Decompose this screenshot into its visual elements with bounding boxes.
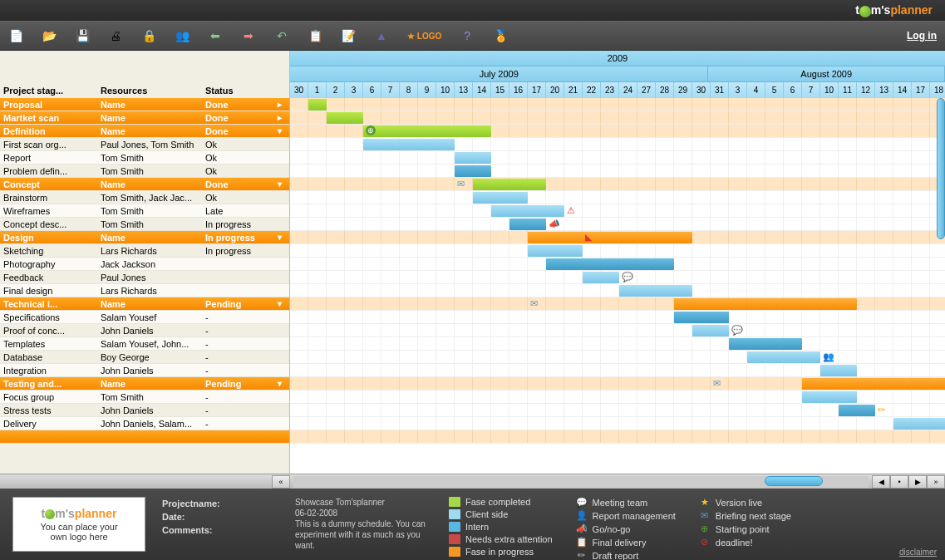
day-cell[interactable]: 12 — [857, 82, 875, 98]
day-cell[interactable]: 11 — [839, 82, 857, 98]
day-cell[interactable]: 23 — [601, 82, 619, 98]
gantt-row[interactable] — [290, 364, 945, 377]
phase-row[interactable]: ProposalNameDone▸ — [0, 98, 289, 111]
custom-logo-box[interactable]: tm'splanner You can place your own logo … — [12, 497, 145, 552]
phase-row[interactable]: Technical i...NamePending▾ — [0, 297, 289, 311]
gantt-row[interactable] — [290, 191, 945, 204]
phase-row[interactable]: DesignNameIn progress▾ — [0, 231, 289, 244]
day-cell[interactable]: 30 — [290, 82, 308, 98]
task-row[interactable]: IntegrationJohn Daniels- — [0, 364, 289, 377]
gantt-row[interactable]: ✉ — [290, 377, 945, 391]
gantt-bar[interactable] — [363, 139, 455, 150]
gantt-bar[interactable] — [363, 125, 491, 137]
col-header-resources[interactable]: Resources — [97, 86, 202, 96]
gantt-row[interactable]: ✉ — [290, 178, 945, 191]
login-link[interactable]: Log in — [907, 30, 937, 42]
day-cell[interactable]: 6 — [363, 82, 381, 98]
gantt-row[interactable] — [290, 151, 945, 165]
day-cell[interactable]: 7 — [381, 82, 400, 98]
day-cell[interactable]: 27 — [637, 82, 656, 98]
gantt-bar[interactable] — [509, 219, 546, 230]
chevron-icon[interactable]: ▾ — [273, 299, 285, 308]
scroll-dot[interactable]: • — [890, 475, 908, 489]
logo-button[interactable]: ★ LOGO — [407, 32, 441, 41]
day-cell[interactable]: 10 — [436, 82, 455, 98]
day-cell[interactable]: 3 — [729, 82, 747, 98]
gantt-row[interactable]: 💬 — [290, 324, 945, 337]
task-row[interactable]: DatabaseBoy George- — [0, 351, 289, 364]
day-cell[interactable]: 18 — [930, 82, 945, 98]
gantt-row[interactable] — [290, 258, 945, 271]
gantt-row[interactable] — [290, 165, 945, 178]
day-cell[interactable]: 20 — [546, 82, 564, 98]
gantt-bar[interactable] — [491, 205, 564, 217]
day-cell[interactable]: 2 — [327, 82, 345, 98]
vertical-scrollbar[interactable] — [937, 98, 945, 474]
scroll-right[interactable]: ▶ — [908, 475, 927, 489]
day-cell[interactable]: 7 — [802, 82, 820, 98]
chevron-icon[interactable]: ▾ — [273, 126, 285, 135]
gantt-body[interactable]: ⊕✉⚠📣◣💬✉💬👥✉✏ — [290, 98, 945, 444]
chevron-icon[interactable]: ▸ — [273, 100, 285, 109]
task-row[interactable]: ReportTom SmithOk — [0, 151, 289, 165]
scroll-left[interactable]: ◀ — [872, 475, 890, 489]
day-cell[interactable]: 31 — [711, 82, 729, 98]
gantt-bar[interactable] — [528, 232, 692, 243]
gantt-bar[interactable] — [583, 272, 619, 283]
day-cell[interactable]: 17 — [912, 82, 930, 98]
day-cell[interactable]: 16 — [509, 82, 528, 98]
gantt-row[interactable]: 📣 — [290, 218, 945, 231]
open-folder-icon[interactable]: 📂 — [42, 28, 57, 43]
scroll-left-fast[interactable]: « — [272, 475, 290, 489]
phase-row[interactable]: DefinitionNameDone▾ — [0, 125, 289, 138]
save-icon[interactable]: 💾 — [75, 28, 90, 43]
gantt-row[interactable]: ◣ — [290, 231, 945, 244]
gantt-bar[interactable] — [327, 112, 363, 124]
gantt-row[interactable] — [290, 337, 945, 351]
gantt-row[interactable] — [290, 138, 945, 151]
gantt-row[interactable] — [290, 311, 945, 324]
day-cell[interactable]: 17 — [528, 82, 546, 98]
day-cell[interactable]: 5 — [765, 82, 784, 98]
task-row[interactable]: SketchingLars RichardsIn progress — [0, 244, 289, 258]
gantt-bar[interactable] — [692, 325, 729, 336]
users-icon[interactable]: 👥 — [175, 28, 189, 43]
cert-icon[interactable]: 🏅 — [493, 28, 508, 43]
flag-icon[interactable]: ▲ — [374, 28, 389, 43]
chevron-icon[interactable]: ▾ — [273, 179, 285, 189]
gantt-row[interactable]: ✉ — [290, 297, 945, 311]
day-cell[interactable]: 1 — [308, 82, 327, 98]
day-cell[interactable]: 22 — [583, 82, 601, 98]
chevron-icon[interactable]: ▸ — [273, 113, 285, 122]
day-cell[interactable]: 21 — [564, 82, 583, 98]
new-file-icon[interactable]: 📄 — [8, 28, 23, 43]
task-row[interactable]: DeliveryJohn Daniels, Salam...- — [0, 417, 289, 430]
day-cell[interactable]: 6 — [784, 82, 802, 98]
task-row[interactable]: Proof of conc...John Daniels- — [0, 324, 289, 337]
gantt-bar[interactable] — [674, 312, 729, 323]
day-cell[interactable]: 15 — [491, 82, 509, 98]
gantt-row[interactable] — [290, 244, 945, 258]
chevron-icon[interactable]: ▾ — [273, 379, 285, 388]
gantt-row[interactable]: ✏ — [290, 404, 945, 417]
gantt-row[interactable]: 💬 — [290, 271, 945, 284]
task-row[interactable]: FeedbackPaul Jones — [0, 271, 289, 284]
phase-row[interactable]: ConceptNameDone▾ — [0, 178, 289, 191]
task-row[interactable]: SpecificationsSalam Yousef- — [0, 311, 289, 324]
day-cell[interactable]: 14 — [893, 82, 912, 98]
gantt-row[interactable] — [290, 391, 945, 404]
gantt-bar[interactable] — [546, 258, 674, 270]
gantt-bar[interactable] — [455, 165, 491, 177]
gantt-bar[interactable] — [455, 152, 491, 164]
task-row[interactable]: Final designLars Richards — [0, 284, 289, 297]
gantt-bar[interactable] — [802, 391, 857, 403]
task-row[interactable]: TemplatesSalam Yousef, John...- — [0, 337, 289, 351]
gantt-row[interactable] — [290, 284, 945, 297]
day-cell[interactable]: 24 — [619, 82, 637, 98]
disclaimer-link[interactable]: disclaimer — [899, 548, 937, 557]
task-row[interactable]: Problem defin...Tom SmithOk — [0, 165, 289, 178]
gantt-bar[interactable] — [473, 179, 546, 190]
help-icon[interactable]: ? — [460, 28, 475, 43]
day-cell[interactable]: 13 — [455, 82, 473, 98]
day-cell[interactable]: 8 — [400, 82, 418, 98]
